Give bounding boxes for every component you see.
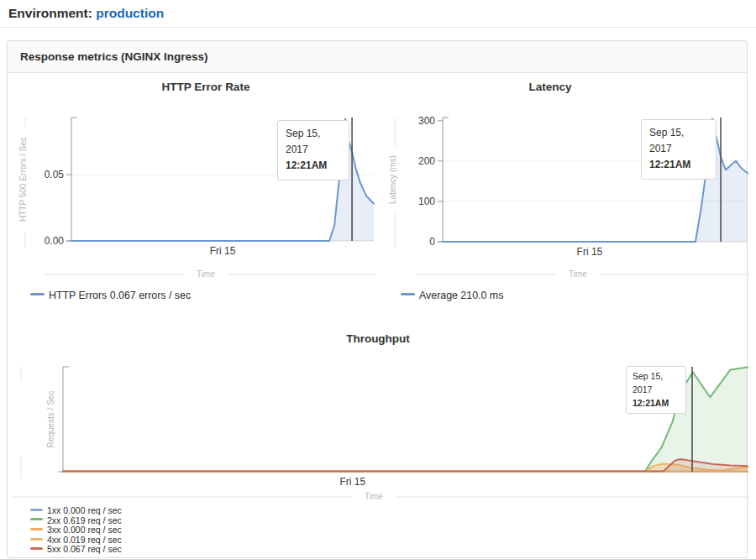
tooltip-date: Sep 15, 2017	[286, 126, 341, 158]
y-axis-label: Requests / Sec	[46, 391, 55, 448]
x-tick-label: Fri 15	[339, 476, 365, 488]
tooltip-date: Sep 15, 2017	[633, 370, 680, 397]
legend-item-throughput: 4xx 0.019 req / sec	[30, 535, 122, 545]
y-axis-label: HTTP 500 Errors / Sec	[18, 137, 28, 222]
legend-swatch	[30, 509, 43, 511]
tooltip-time: 12:21AM	[633, 397, 680, 410]
legend-item-throughput: 5xx 0.067 req / sec	[30, 544, 122, 554]
series-5xx-area	[63, 459, 748, 472]
tooltip-time: 12:21AM	[649, 157, 708, 173]
y-axis	[438, 118, 449, 242]
page: Environment: production Response metrics…	[0, 0, 756, 559]
x-axis-label: Time	[197, 269, 215, 279]
tooltip-http-error-rate: Sep 15, 201712:21AM	[277, 120, 349, 180]
charts-canvas: 0.000.05Fri 15HTTP 500 Errors / SecTime0…	[0, 0, 756, 559]
y-tick-label: 0.00	[45, 235, 65, 247]
legend-item-throughput: 3xx 0.000 req / sec	[30, 525, 122, 535]
y-tick-label: 300	[418, 115, 435, 127]
series-5xx-line	[63, 459, 748, 472]
chart-title-latency: Latency	[528, 81, 571, 93]
legend-swatch	[30, 547, 43, 550]
legend-label: HTTP Errors 0.067 errors / sec	[49, 290, 191, 301]
legend-swatch	[401, 293, 415, 295]
chart-title-http-error-rate: HTTP Error Rate	[162, 81, 250, 93]
y-axis	[66, 118, 77, 241]
x-tick-label: Fri 15	[577, 246, 603, 258]
legend-item-throughput: 1xx 0.000 req / sec	[30, 505, 122, 515]
tooltip-date: Sep 15, 2017	[649, 125, 708, 157]
legend-label: 5xx 0.067 req / sec	[47, 544, 122, 554]
legend-swatch	[30, 538, 43, 541]
legend-label: 3xx 0.000 req / sec	[47, 525, 122, 535]
legend-swatch	[30, 293, 45, 295]
legend-swatch	[30, 518, 43, 520]
y-tick-label: 200	[418, 155, 435, 167]
y-axis	[58, 367, 69, 472]
x-axis-label: Time	[365, 492, 383, 501]
x-tick-label: Fri 15	[210, 245, 236, 257]
chart-title-throughput: Throughput	[346, 332, 410, 345]
y-tick-label: 0.05	[45, 169, 65, 180]
y-axis-label: Latency (ms)	[388, 155, 397, 204]
tooltip-latency: Sep 15, 201712:21AM	[641, 119, 717, 180]
x-axis-label: Time	[569, 269, 587, 279]
legend-item-throughput: 2xx 0.619 req / sec	[30, 515, 122, 525]
legend-label: Average 210.0 ms	[419, 290, 503, 301]
legend-item-latency: Average 210.0 ms	[401, 290, 503, 301]
y-tick-label: 0	[429, 236, 435, 248]
legend-label: 4xx 0.019 req / sec	[47, 535, 122, 545]
tooltip-throughput: Sep 15, 201712:21AM	[626, 366, 686, 414]
legend-label: 1xx 0.000 req / sec	[47, 505, 122, 515]
tooltip-time: 12:21AM	[286, 158, 341, 174]
legend-item-http-error-rate: HTTP Errors 0.067 errors / sec	[30, 290, 191, 301]
y-tick-label: 100	[418, 196, 435, 207]
legend-label: 2xx 0.619 req / sec	[47, 515, 122, 525]
legend-swatch	[30, 528, 43, 530]
